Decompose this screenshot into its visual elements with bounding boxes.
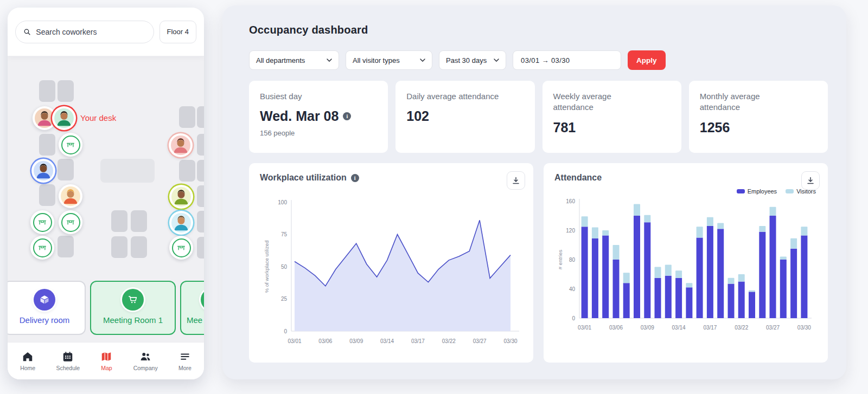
floor-selector-button[interactable]: Floor 4: [159, 21, 196, 43]
avatar[interactable]: [59, 184, 82, 208]
avatar[interactable]: [169, 133, 193, 157]
available-desk-icon[interactable]: [30, 236, 54, 260]
search-icon: [23, 28, 31, 36]
nav-label: Schedule: [56, 365, 80, 371]
nav-company[interactable]: Company: [133, 351, 158, 371]
svg-text:80: 80: [569, 257, 576, 263]
stat-value-text: 781: [553, 120, 576, 135]
room-meeting-1[interactable]: Meeting Room 1: [90, 281, 176, 335]
legend-label: Employees: [748, 188, 777, 195]
date-range-input[interactable]: 03/01 → 03/30: [513, 50, 621, 70]
desk[interactable]: [131, 236, 147, 258]
avatar[interactable]: [169, 211, 193, 235]
info-icon[interactable]: [351, 174, 359, 182]
avatar[interactable]: [31, 159, 55, 183]
chevron-down-icon: [420, 59, 425, 62]
map-toolbar: Floor 4: [8, 8, 204, 56]
chevron-down-icon: [327, 59, 332, 62]
workplace-utilization-card: Workplace utilization 025507510003/0103/…: [249, 163, 533, 363]
room-meeting-2[interactable]: Mee: [180, 281, 204, 335]
svg-text:160: 160: [566, 198, 575, 204]
attendance-chart: 0408012016003/0103/0603/0903/1403/1703/2…: [554, 197, 814, 333]
svg-text:03/14: 03/14: [672, 325, 686, 331]
desk[interactable]: [197, 237, 204, 259]
stat-value: Wed. Mar 08: [260, 108, 377, 124]
desk[interactable]: [39, 184, 55, 206]
svg-text:120: 120: [566, 228, 575, 234]
desk[interactable]: [131, 210, 147, 232]
svg-text:03/06: 03/06: [609, 325, 623, 331]
search-input[interactable]: [15, 21, 154, 43]
nav-map[interactable]: Map: [100, 351, 112, 371]
menu-icon: [179, 351, 191, 363]
department-filter[interactable]: All departments: [249, 50, 339, 70]
svg-text:03/01: 03/01: [578, 325, 591, 331]
home-icon: [22, 351, 34, 363]
download-button[interactable]: [507, 171, 525, 190]
search-coworkers-field[interactable]: [36, 28, 145, 36]
svg-text:03/17: 03/17: [411, 338, 425, 344]
apply-button[interactable]: Apply: [628, 50, 666, 70]
desk[interactable]: [179, 106, 195, 128]
date-range-value: 03/01 → 03/30: [521, 56, 570, 64]
attendance-card: Attendance Employees Visitors 0408012016…: [544, 163, 828, 363]
svg-text:25: 25: [281, 296, 288, 302]
filter-bar: All departments All visitor types Past 3…: [249, 50, 828, 70]
bottom-navigation: Home Schedule Map Company More: [8, 342, 204, 379]
desk[interactable]: [39, 80, 55, 102]
your-desk-avatar[interactable]: [52, 106, 76, 130]
department-filter-value: All departments: [256, 56, 305, 64]
stat-value: 102: [406, 108, 524, 124]
svg-text:% of workplace utilized: % of workplace utilized: [264, 241, 270, 293]
stat-daily-average: Daily average attendance 102: [395, 81, 534, 153]
desk[interactable]: [197, 160, 204, 182]
available-desk-icon[interactable]: [169, 236, 193, 260]
svg-text:03/22: 03/22: [735, 325, 748, 331]
stat-subtext: 156 people: [260, 129, 377, 137]
desk[interactable]: [111, 236, 127, 258]
occupancy-dashboard: Occupancy dashboard All departments All …: [222, 5, 846, 379]
stat-value-text: Wed. Mar 08: [260, 108, 339, 124]
stat-value: 781: [553, 120, 671, 135]
floor-map[interactable]: Your desk Delivery room Meeting Room 1 M…: [8, 56, 204, 342]
desk[interactable]: [197, 185, 204, 207]
nav-more[interactable]: More: [178, 351, 192, 371]
visitors-swatch: [786, 189, 794, 193]
desk[interactable]: [197, 211, 204, 232]
meeting-table[interactable]: [100, 159, 155, 183]
available-desk-icon[interactable]: [59, 133, 82, 157]
desk[interactable]: [58, 80, 74, 102]
period-filter[interactable]: Past 30 days: [439, 50, 506, 70]
nav-label: More: [178, 365, 192, 371]
desk[interactable]: [39, 134, 55, 156]
stat-busiest-day: Busiest day Wed. Mar 08 156 people: [249, 81, 388, 153]
svg-text:03/09: 03/09: [349, 338, 363, 344]
desk[interactable]: [197, 106, 204, 128]
svg-text:75: 75: [281, 231, 288, 237]
attendance-legend: Employees Visitors: [554, 188, 816, 195]
svg-text:03/01: 03/01: [288, 338, 301, 344]
available-desk-icon[interactable]: [59, 210, 82, 234]
stat-label: Daily average attendance: [406, 91, 507, 102]
desk[interactable]: [197, 134, 204, 156]
page-title: Occupancy dashboard: [249, 24, 828, 36]
room-label: Mee: [187, 315, 202, 325]
desk[interactable]: [58, 236, 74, 257]
info-icon[interactable]: [343, 112, 351, 120]
your-desk-label: Your desk: [80, 113, 116, 122]
available-desk-icon[interactable]: [30, 210, 54, 234]
desk[interactable]: [179, 160, 195, 182]
desk[interactable]: [111, 210, 127, 232]
nav-schedule[interactable]: Schedule: [56, 351, 80, 371]
nav-label: Map: [101, 365, 112, 371]
chevron-down-icon: [494, 59, 499, 62]
nav-home[interactable]: Home: [20, 351, 35, 371]
avatar[interactable]: [169, 185, 193, 209]
room-delivery[interactable]: Delivery room: [8, 281, 86, 335]
download-button[interactable]: [801, 171, 820, 190]
svg-text:# entries: # entries: [557, 250, 563, 270]
visitor-type-filter[interactable]: All visitor types: [346, 50, 432, 70]
period-filter-value: Past 30 days: [446, 56, 487, 64]
desk[interactable]: [58, 159, 74, 180]
nav-label: Company: [133, 365, 158, 371]
